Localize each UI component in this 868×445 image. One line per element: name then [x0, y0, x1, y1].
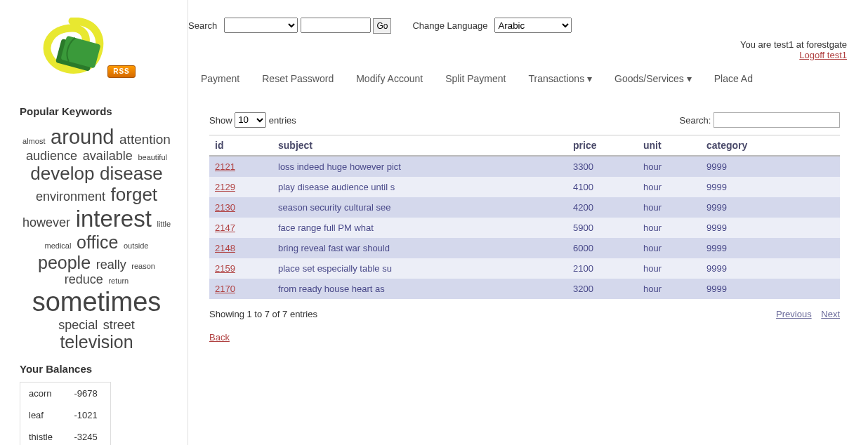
table-search-input[interactable] — [714, 112, 840, 128]
keyword[interactable]: return — [108, 277, 129, 285]
th-id[interactable]: id — [209, 135, 272, 156]
show-entries: Show 10 entries — [209, 112, 296, 128]
table-row: 2159place set especially table su2100hou… — [209, 258, 840, 279]
th-price[interactable]: price — [567, 135, 638, 156]
nav-item[interactable]: Goods/Services ▾ — [614, 73, 692, 84]
keyword[interactable]: almost — [22, 137, 45, 145]
row-price: 6000 — [567, 238, 638, 258]
nav-item[interactable]: Split Payment — [445, 73, 506, 84]
row-unit: hour — [638, 238, 701, 258]
keyword[interactable]: develop — [30, 163, 94, 184]
go-button[interactable]: Go — [373, 18, 391, 34]
balance-name: acorn — [20, 383, 65, 404]
nav-item[interactable]: Modify Account — [356, 73, 423, 84]
keyword[interactable]: really — [96, 258, 126, 272]
table-row: 2121loss indeed huge however pict3300hou… — [209, 156, 840, 177]
show-pre: Show — [209, 114, 232, 125]
row-id-link[interactable]: 2129 — [215, 182, 235, 192]
table-search-label: Search: — [680, 114, 711, 125]
keyword[interactable]: little — [157, 220, 171, 228]
table-row: 2147face range full PM what5900hour9999 — [209, 218, 840, 238]
th-category[interactable]: category — [701, 135, 840, 156]
row-subject: from ready house heart as — [272, 279, 567, 299]
balances-table: acorn-9678leaf-1021thistle-3245 — [20, 382, 111, 445]
row-unit: hour — [638, 279, 701, 299]
next-link[interactable]: Next — [821, 309, 840, 319]
nav-item[interactable]: Reset Password — [262, 73, 334, 84]
th-subject[interactable]: subject — [272, 135, 567, 156]
row-price: 4100 — [567, 177, 638, 197]
keyword[interactable]: audience — [26, 149, 77, 163]
balance-value: -1021 — [65, 404, 110, 426]
keyword[interactable]: reason — [131, 262, 155, 270]
keyword[interactable]: reduce — [65, 272, 103, 286]
keyword[interactable]: disease — [100, 163, 163, 184]
keyword[interactable]: office — [77, 232, 118, 252]
entries-select[interactable]: 10 — [235, 112, 266, 128]
keyword[interactable]: interest — [76, 206, 152, 232]
keyword[interactable]: forget — [111, 184, 158, 205]
keyword[interactable]: television — [60, 332, 133, 352]
user-info: You are test1 at forestgate — [740, 39, 847, 50]
row-id-link[interactable]: 2121 — [215, 161, 235, 172]
keyword[interactable]: outside — [124, 241, 148, 250]
nav-item[interactable]: Place Ad — [714, 73, 753, 84]
prev-link[interactable]: Previous — [776, 309, 812, 319]
row-category: 9999 — [701, 156, 840, 177]
listings-table: id subject price unit category 2121loss … — [209, 135, 840, 299]
keyword[interactable]: sometimes — [32, 287, 162, 317]
table-row: 2148bring reveal fast war should6000hour… — [209, 238, 840, 258]
nav-item[interactable]: Transactions ▾ — [529, 73, 593, 84]
row-subject: bring reveal fast war should — [272, 238, 567, 258]
row-subject: face range full PM what — [272, 218, 567, 238]
keyword[interactable]: available — [83, 149, 133, 163]
balance-row: leaf-1021 — [20, 404, 110, 426]
row-price: 3300 — [567, 156, 638, 177]
row-category: 9999 — [701, 177, 840, 197]
logo-area: RSS — [37, 18, 173, 95]
row-unit: hour — [638, 258, 701, 279]
row-price: 5900 — [567, 218, 638, 238]
row-id-link[interactable]: 2170 — [215, 284, 235, 294]
balance-row: thistle-3245 — [20, 426, 110, 445]
keyword[interactable]: medical — [45, 241, 72, 250]
row-id-link[interactable]: 2147 — [215, 222, 235, 233]
table-row: 2129play disease audience until s4100hou… — [209, 177, 840, 197]
row-unit: hour — [638, 197, 701, 218]
table-info: Showing 1 to 7 of 7 entries — [209, 309, 317, 319]
keyword[interactable]: attention — [119, 132, 171, 147]
row-unit: hour — [638, 177, 701, 197]
logoff-link[interactable]: Logoff test1 — [799, 50, 847, 60]
row-subject: season security cultural see — [272, 197, 567, 218]
keyword[interactable]: street — [103, 318, 135, 332]
row-id-link[interactable]: 2159 — [215, 263, 235, 274]
row-category: 9999 — [701, 197, 840, 218]
balance-value: -3245 — [65, 426, 110, 445]
keyword[interactable]: special — [58, 318, 98, 332]
row-price: 2100 — [567, 258, 638, 279]
row-subject: place set especially table su — [272, 258, 567, 279]
th-unit[interactable]: unit — [638, 135, 701, 156]
table-row: 2170from ready house heart as3200hour999… — [209, 279, 840, 299]
row-category: 9999 — [701, 279, 840, 299]
show-post: entries — [269, 114, 296, 125]
row-id-link[interactable]: 2130 — [215, 202, 235, 213]
row-unit: hour — [638, 218, 701, 238]
keyword[interactable]: environment — [36, 190, 105, 204]
nav-item[interactable]: Payment — [201, 73, 239, 84]
row-subject: play disease audience until s — [272, 177, 567, 197]
keyword[interactable]: people — [38, 253, 91, 272]
search-input[interactable] — [301, 18, 371, 33]
balance-name: leaf — [20, 404, 65, 426]
back-link[interactable]: Back — [209, 332, 230, 343]
search-category-select[interactable] — [224, 18, 298, 33]
row-id-link[interactable]: 2148 — [215, 243, 235, 253]
keyword[interactable]: however — [22, 215, 70, 230]
keyword[interactable]: beautiful — [138, 153, 167, 161]
language-select[interactable]: Arabic — [494, 18, 572, 33]
rss-badge[interactable]: RSS — [107, 65, 136, 78]
balances-title: Your Balances — [20, 363, 173, 375]
table-row: 2130season security cultural see4200hour… — [209, 197, 840, 218]
keyword[interactable]: around — [51, 126, 114, 148]
row-category: 9999 — [701, 258, 840, 279]
